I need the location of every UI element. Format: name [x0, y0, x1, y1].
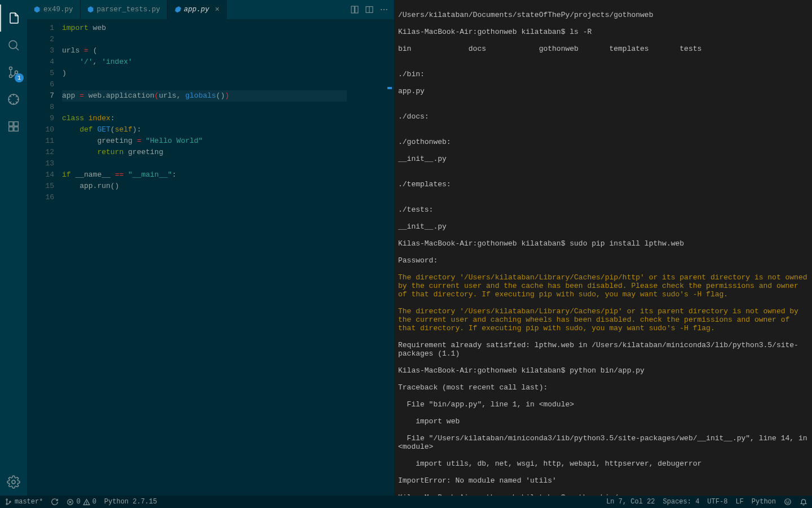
minimap[interactable]	[347, 19, 386, 496]
svg-point-18	[6, 499, 7, 500]
svg-rect-7	[14, 122, 18, 126]
source-control-icon[interactable]: 1	[0, 59, 27, 86]
more-actions-icon[interactable]	[379, 5, 389, 14]
overview-ruler[interactable]	[386, 19, 394, 496]
code-area[interactable]: import web urls = ( '/', 'index' ) app =…	[59, 19, 347, 496]
debug-icon[interactable]	[0, 86, 27, 113]
svg-point-3	[10, 75, 12, 78]
svg-point-19	[6, 503, 7, 505]
svg-line-1	[16, 47, 19, 50]
svg-point-10	[12, 480, 15, 484]
tab-label: app.py	[184, 6, 209, 14]
python-version[interactable]: Python 2.7.15	[104, 498, 157, 506]
tab-ex49[interactable]: ⬢ ex49.py	[27, 0, 81, 19]
svg-point-17	[386, 9, 387, 10]
svg-rect-9	[14, 127, 18, 131]
feedback-icon[interactable]	[784, 498, 792, 506]
svg-rect-6	[9, 122, 13, 126]
split-editor-icon[interactable]	[365, 5, 374, 14]
tab-actions	[345, 0, 394, 19]
cursor-position[interactable]: Ln 7, Col 22	[606, 498, 655, 506]
git-branch[interactable]: master*	[5, 498, 43, 506]
close-icon[interactable]: ×	[215, 5, 219, 14]
line-gutter: 1 2 3 4 5 6 7 8 9 10 11 12 13 14 15 16	[27, 19, 59, 496]
compare-changes-icon[interactable]	[350, 5, 359, 14]
encoding[interactable]: UTF-8	[707, 498, 727, 506]
tab-parser-tests[interactable]: ⬢ parser_tests.py	[81, 0, 168, 19]
svg-point-20	[10, 501, 11, 502]
svg-rect-12	[355, 6, 358, 13]
eol[interactable]: LF	[735, 498, 743, 506]
sync-icon[interactable]	[51, 498, 59, 506]
explorer-icon[interactable]	[0, 5, 27, 32]
svg-point-28	[788, 501, 789, 501]
main-area: 1 ⬢ ex49.py ⬢ parser_tests.py ⬢ app.py	[0, 0, 812, 496]
scm-badge: 1	[15, 73, 24, 82]
indentation[interactable]: Spaces: 4	[663, 498, 700, 506]
svg-rect-11	[351, 6, 354, 13]
extensions-icon[interactable]	[0, 113, 27, 140]
python-file-icon: ⬢	[34, 5, 40, 14]
svg-point-0	[9, 41, 17, 49]
python-file-icon: ⬢	[87, 5, 94, 14]
tab-label: ex49.py	[43, 6, 73, 14]
svg-point-2	[10, 67, 12, 70]
editor-group: ⬢ ex49.py ⬢ parser_tests.py ⬢ app.py ×	[27, 0, 395, 496]
problems[interactable]: 0 0	[67, 498, 96, 506]
language-mode[interactable]: Python	[752, 498, 776, 506]
svg-point-16	[383, 9, 385, 10]
svg-rect-8	[9, 127, 13, 131]
tab-label: parser_tests.py	[97, 6, 161, 14]
svg-point-27	[787, 501, 787, 501]
tab-bar: ⬢ ex49.py ⬢ parser_tests.py ⬢ app.py ×	[27, 0, 394, 19]
activity-bar: 1	[0, 0, 27, 496]
settings-gear-icon[interactable]	[0, 468, 27, 496]
editor-body[interactable]: 1 2 3 4 5 6 7 8 9 10 11 12 13 14 15 16 i…	[27, 19, 394, 496]
svg-point-15	[381, 9, 382, 10]
svg-point-25	[86, 503, 87, 504]
status-bar: master* 0 0 Python 2.7.15 Ln 7, Col 22 S…	[0, 496, 812, 508]
notifications-icon[interactable]	[800, 498, 807, 506]
search-icon[interactable]	[0, 32, 27, 59]
python-file-icon: ⬢	[174, 5, 180, 14]
terminal-panel[interactable]: /Users/kilataban/Documents/stateOfThePy/…	[395, 0, 812, 496]
tab-app[interactable]: ⬢ app.py ×	[167, 0, 227, 19]
svg-point-26	[785, 499, 791, 505]
